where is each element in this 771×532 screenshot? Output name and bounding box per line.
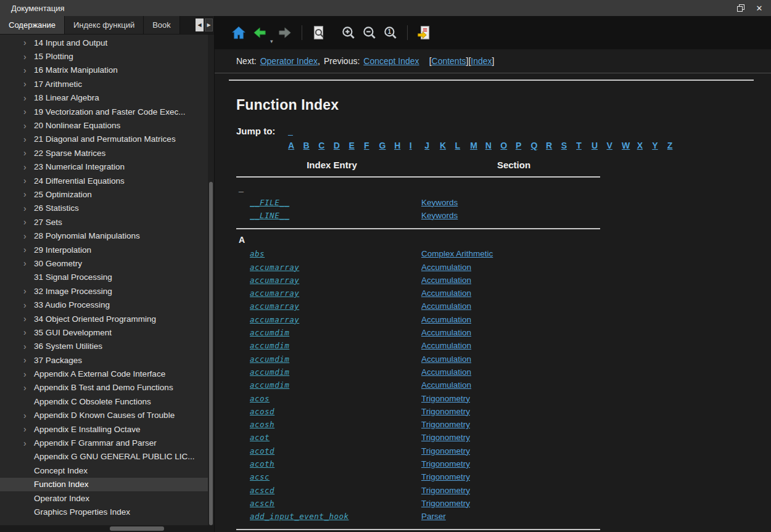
function-entry-link[interactable]: acot (250, 433, 270, 442)
vertical-scroll-thumb[interactable] (209, 182, 213, 525)
function-entry-link[interactable]: abs (250, 249, 265, 258)
chevron-right-icon[interactable]: › (23, 328, 34, 337)
section-link[interactable]: Parser (421, 512, 446, 521)
section-link[interactable]: Accumulation (421, 341, 471, 350)
tree-item[interactable]: › 18 Linear Algebra (0, 91, 214, 105)
jump-letter-link[interactable]: G (379, 141, 395, 150)
horizontal-scroll-thumb[interactable] (110, 526, 164, 531)
chevron-right-icon[interactable]: › (23, 52, 34, 61)
chevron-right-icon[interactable]: › (23, 121, 34, 130)
section-link[interactable]: Accumulation (421, 354, 471, 364)
section-link[interactable]: Trigonometry (421, 433, 470, 442)
jump-letter-link[interactable]: A (288, 141, 303, 150)
previous-link[interactable]: Concept Index (363, 56, 419, 66)
back-button[interactable] (249, 23, 270, 43)
tree-item[interactable]: › 29 Interpolation (0, 243, 214, 256)
tree-item[interactable]: › 22 Sparse Matrices (0, 146, 214, 160)
jump-letter-link[interactable]: M (470, 141, 485, 150)
tree-item[interactable]: › 37 Packages (0, 353, 214, 367)
chevron-right-icon[interactable]: › (23, 149, 34, 157)
jump-letter-link[interactable]: Z (667, 141, 683, 150)
tree-item[interactable]: › 15 Plotting (0, 49, 214, 63)
chevron-right-icon[interactable]: › (23, 94, 34, 102)
section-link[interactable]: Accumulation (421, 276, 471, 285)
jump-letter-link[interactable]: U (592, 141, 607, 150)
tree-item[interactable]: › Operator Index (0, 491, 214, 505)
chevron-right-icon[interactable]: › (23, 204, 34, 213)
jump-letter-link[interactable]: H (394, 141, 410, 150)
tree-item[interactable]: › Appendix A External Code Interface (0, 367, 214, 380)
function-entry-link[interactable]: acos (250, 394, 270, 403)
tree-item[interactable]: › 24 Differential Equations (0, 174, 214, 187)
section-link[interactable]: Trigonometry (421, 499, 470, 508)
section-link[interactable]: Keywords (421, 211, 458, 220)
function-entry-link[interactable]: accumarray (250, 301, 299, 311)
jump-letter-link[interactable]: K (440, 141, 455, 150)
jump-letter-link[interactable]: C (318, 141, 334, 150)
function-entry-link[interactable]: __FILE__ (250, 198, 289, 207)
tree-item[interactable]: › 26 Statistics (0, 202, 214, 215)
tree-item[interactable]: › Appendix C Obsolete Functions (0, 395, 214, 408)
tree-item[interactable]: › 31 Signal Processing (0, 271, 214, 284)
tree-item[interactable]: › Appendix B Test and Demo Functions (0, 381, 214, 395)
zoom-in-button[interactable] (338, 23, 359, 43)
chevron-right-icon[interactable]: › (23, 287, 34, 295)
function-entry-link[interactable]: accumdim (250, 354, 289, 364)
chevron-right-icon[interactable]: › (23, 176, 34, 185)
tree-item[interactable]: › 34 Object Oriented Programming (0, 312, 214, 325)
bookmark-button[interactable] (414, 23, 435, 43)
chevron-right-icon[interactable]: › (23, 163, 34, 171)
jump-letter-link[interactable]: J (424, 141, 440, 150)
tree-vertical-scrollbar[interactable] (208, 35, 214, 525)
chevron-right-icon[interactable]: › (23, 356, 34, 364)
jump-letter-link[interactable]: N (485, 141, 501, 150)
jump-letter-link[interactable]: D (334, 141, 349, 150)
jump-letter-link[interactable]: R (546, 141, 561, 150)
function-entry-link[interactable]: accumarray (250, 315, 299, 324)
jump-letter-link[interactable]: Y (652, 141, 667, 150)
tree-item[interactable]: › 27 Sets (0, 215, 214, 229)
jump-letter-link[interactable]: L (455, 141, 471, 150)
section-link[interactable]: Trigonometry (421, 420, 470, 429)
tree-item[interactable]: › 35 GUI Development (0, 325, 214, 339)
chevron-right-icon[interactable]: › (23, 232, 34, 240)
function-entry-link[interactable]: acosd (250, 407, 274, 416)
float-icon[interactable] (732, 1, 750, 15)
tab-scroll-left-icon[interactable]: ◀ (196, 18, 204, 31)
jump-letter-link[interactable]: T (576, 141, 592, 150)
panel-tab[interactable]: Содержание (0, 16, 65, 34)
tree-item[interactable]: › 32 Image Processing (0, 284, 214, 298)
tree-item[interactable]: › 20 Nonlinear Equations (0, 118, 214, 132)
chevron-right-icon[interactable]: › (23, 190, 34, 198)
tree-item[interactable]: › 36 System Utilities (0, 340, 214, 353)
back-dropdown-icon[interactable]: ▾ (270, 38, 273, 44)
function-entry-link[interactable]: accumarray (250, 263, 299, 272)
section-link[interactable]: Accumulation (421, 328, 471, 337)
jump-letter-link[interactable]: X (637, 141, 653, 150)
section-link[interactable]: Trigonometry (421, 486, 470, 495)
section-link[interactable]: Accumulation (421, 380, 471, 390)
chevron-right-icon[interactable]: › (23, 314, 34, 323)
tree-item[interactable]: › Appendix G GNU GENERAL PUBLIC LIC... (0, 450, 214, 464)
tree-item[interactable]: › Function Index (0, 478, 214, 491)
section-link[interactable]: Accumulation (421, 367, 471, 377)
tree-item[interactable]: › 33 Audio Processing (0, 298, 214, 311)
jump-letter-link[interactable]: W (622, 141, 637, 150)
chevron-right-icon[interactable]: › (23, 107, 34, 116)
tree-item[interactable]: › 17 Arithmetic (0, 77, 214, 91)
section-link[interactable]: Trigonometry (421, 407, 470, 416)
chevron-right-icon[interactable]: › (23, 218, 34, 226)
tree-item[interactable]: › Concept Index (0, 464, 214, 477)
chevron-right-icon[interactable]: › (23, 301, 34, 309)
index-link[interactable]: Index (471, 56, 492, 66)
jump-letter-link[interactable]: I (410, 141, 425, 150)
chevron-right-icon[interactable]: › (23, 259, 34, 268)
tree-horizontal-scrollbar[interactable] (0, 525, 214, 532)
tree-item[interactable]: › 25 Optimization (0, 187, 214, 201)
chevron-right-icon[interactable]: › (23, 245, 34, 254)
zoom-out-button[interactable] (359, 23, 380, 43)
tree-item[interactable]: › 14 Input and Output (0, 36, 214, 49)
section-link[interactable]: Accumulation (421, 315, 471, 324)
jump-letter-link[interactable]: P (516, 141, 531, 150)
forward-button[interactable] (274, 23, 295, 43)
